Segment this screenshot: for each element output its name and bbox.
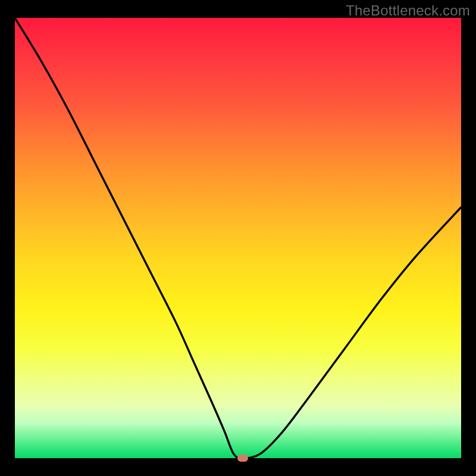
minimum-marker — [237, 455, 248, 462]
curve-svg — [15, 18, 461, 458]
chart-frame: TheBottleneck.com — [0, 0, 476, 476]
watermark-text: TheBottleneck.com — [346, 2, 470, 19]
plot-area — [15, 18, 461, 458]
bottleneck-curve-path — [15, 18, 461, 458]
